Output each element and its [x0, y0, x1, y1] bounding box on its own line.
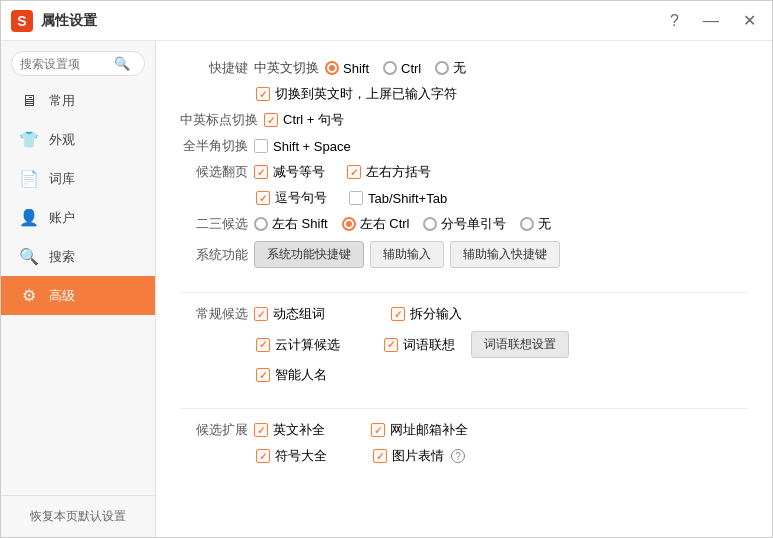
minimize-button[interactable]: —	[697, 10, 725, 32]
label-candidate-section: 常规候选	[180, 305, 248, 323]
gear-icon: ⚙	[19, 286, 39, 305]
radio-none-circle[interactable]	[435, 61, 449, 75]
radio-single-quote[interactable]: 分号单引号	[423, 215, 506, 233]
label-brackets: 左右方括号	[366, 163, 431, 181]
sidebar-item-search[interactable]: 🔍 搜索	[1, 237, 155, 276]
checkbox-switch-en-box[interactable]	[256, 87, 270, 101]
label-switch-en-tip: 切换到英文时，上屏已输入字符	[275, 85, 457, 103]
question-icon-emoji[interactable]: ?	[451, 449, 465, 463]
btn-aux-shortcut[interactable]: 辅助输入快捷键	[450, 241, 560, 268]
label-full-half: 全半角切换	[180, 137, 248, 155]
label-cloud-calc: 云计算候选	[275, 336, 340, 354]
checkbox-split-input-box[interactable]	[391, 307, 405, 321]
checkbox-comma-period-box[interactable]	[256, 191, 270, 205]
label-email-complete: 网址邮箱补全	[390, 421, 468, 439]
btn-sys-shortcut[interactable]: 系统功能快捷键	[254, 241, 364, 268]
checkbox-split-input[interactable]: 拆分输入	[391, 305, 462, 323]
radio-single-quote-circle[interactable]	[423, 217, 437, 231]
checkbox-en-complete-box[interactable]	[254, 423, 268, 437]
checkbox-cloud-calc[interactable]: 云计算候选	[256, 336, 340, 354]
checkbox-full-half[interactable]: Shift + Space	[254, 139, 351, 154]
checkbox-email-complete-box[interactable]	[371, 423, 385, 437]
titlebar-left: S 属性设置	[11, 10, 97, 32]
label-symbol-all: 符号大全	[275, 447, 327, 465]
label-dynamic-word: 动态组词	[273, 305, 325, 323]
label-image-emoji: 图片表情	[392, 447, 444, 465]
radio-lr-shift-circle[interactable]	[254, 217, 268, 231]
row-cn-en-switch: 快捷键 中英文切换 Shift Ctrl 无	[180, 59, 748, 77]
row-candidate-1: 常规候选 动态组词 拆分输入	[180, 305, 748, 323]
checkbox-minus-equal[interactable]: 减号等号	[254, 163, 325, 181]
label-split-input: 拆分输入	[410, 305, 462, 323]
sidebar-item-account[interactable]: 👤 账户	[1, 198, 155, 237]
checkbox-symbol-all-box[interactable]	[256, 449, 270, 463]
checkbox-minus-equal-box[interactable]	[254, 165, 268, 179]
btn-aux-input[interactable]: 辅助输入	[370, 241, 444, 268]
checkbox-switch-en-tip[interactable]: 切换到英文时，上屏已输入字符	[256, 85, 457, 103]
checkbox-full-half-box[interactable]	[254, 139, 268, 153]
radio-shift-label: Shift	[343, 61, 369, 76]
btn-word-assoc-settings[interactable]: 词语联想设置	[471, 331, 569, 358]
checkbox-cn-en-punct[interactable]: Ctrl + 句号	[264, 111, 344, 129]
sidebar-item-appearance[interactable]: 👕 外观	[1, 120, 155, 159]
divider-1	[180, 292, 748, 293]
checkbox-dynamic-word[interactable]: 动态组词	[254, 305, 325, 323]
sidebar-label-common: 常用	[49, 92, 75, 110]
row-expansion-1: 候选扩展 英文补全 网址邮箱补全	[180, 421, 748, 439]
checkbox-tab-box[interactable]	[349, 191, 363, 205]
checkbox-smart-name-box[interactable]	[256, 368, 270, 382]
radio-ctrl[interactable]: Ctrl	[383, 61, 421, 76]
row-switch-en-tip: 切换到英文时，上屏已输入字符	[256, 85, 748, 103]
checkbox-en-complete[interactable]: 英文补全	[254, 421, 325, 439]
radio-lr-ctrl[interactable]: 左右 Ctrl	[342, 215, 410, 233]
label-two-three-cand: 二三候选	[180, 215, 248, 233]
close-button[interactable]: ✕	[737, 9, 762, 32]
sidebar-label-search: 搜索	[49, 248, 75, 266]
radio-two-three-cand: 左右 Shift 左右 Ctrl 分号单引号 无	[254, 215, 551, 233]
search-box[interactable]: 🔍	[11, 51, 145, 76]
dictionary-icon: 📄	[19, 169, 39, 188]
label-expansion-section: 候选扩展	[180, 421, 248, 439]
checkbox-comma-period[interactable]: 逗号句号	[256, 189, 327, 207]
checkbox-word-assoc[interactable]: 词语联想	[384, 336, 455, 354]
checkbox-symbol-all[interactable]: 符号大全	[256, 447, 327, 465]
radio-lr-ctrl-circle[interactable]	[342, 217, 356, 231]
search-input[interactable]	[20, 57, 110, 71]
radio-lr-shift[interactable]: 左右 Shift	[254, 215, 328, 233]
radio-none2[interactable]: 无	[520, 215, 551, 233]
checkbox-smart-name[interactable]: 智能人名	[256, 366, 327, 384]
label-smart-name: 智能人名	[275, 366, 327, 384]
checkbox-cloud-calc-box[interactable]	[256, 338, 270, 352]
divider-2	[180, 408, 748, 409]
checkbox-word-assoc-box[interactable]	[384, 338, 398, 352]
main-content: 快捷键 中英文切换 Shift Ctrl 无	[156, 41, 772, 537]
help-button[interactable]: ?	[664, 10, 685, 32]
appearance-icon: 👕	[19, 130, 39, 149]
monitor-icon: 🖥	[19, 92, 39, 110]
window: S 属性设置 ? — ✕ 🔍 🖥 常用 👕 外观	[0, 0, 773, 538]
search-nav-icon: 🔍	[19, 247, 39, 266]
row-full-half: 全半角切换 Shift + Space	[180, 137, 748, 155]
checkbox-cn-en-punct-box[interactable]	[264, 113, 278, 127]
radio-none2-circle[interactable]	[520, 217, 534, 231]
checkbox-image-emoji[interactable]: 图片表情 ?	[373, 447, 465, 465]
sidebar-item-dictionary[interactable]: 📄 词库	[1, 159, 155, 198]
radio-ctrl-circle[interactable]	[383, 61, 397, 75]
checkbox-email-complete[interactable]: 网址邮箱补全	[371, 421, 468, 439]
checkbox-image-emoji-box[interactable]	[373, 449, 387, 463]
checkbox-tab-shift-tab[interactable]: Tab/Shift+Tab	[349, 191, 447, 206]
sidebar-item-advanced[interactable]: ⚙ 高级	[1, 276, 155, 315]
restore-defaults-button[interactable]: 恢复本页默认设置	[1, 495, 155, 537]
radio-shift[interactable]: Shift	[325, 61, 369, 76]
radio-shift-circle[interactable]	[325, 61, 339, 75]
checkbox-dynamic-word-box[interactable]	[254, 307, 268, 321]
checkbox-brackets[interactable]: 左右方括号	[347, 163, 431, 181]
radio-single-quote-label: 分号单引号	[441, 215, 506, 233]
checkbox-brackets-box[interactable]	[347, 165, 361, 179]
content-area: 🔍 🖥 常用 👕 外观 📄 词库 👤 账户	[1, 41, 772, 537]
radio-none-label: 无	[453, 59, 466, 77]
sidebar-item-common[interactable]: 🖥 常用	[1, 82, 155, 120]
sidebar-label-appearance: 外观	[49, 131, 75, 149]
radio-none[interactable]: 无	[435, 59, 466, 77]
label-shift-space: Shift + Space	[273, 139, 351, 154]
